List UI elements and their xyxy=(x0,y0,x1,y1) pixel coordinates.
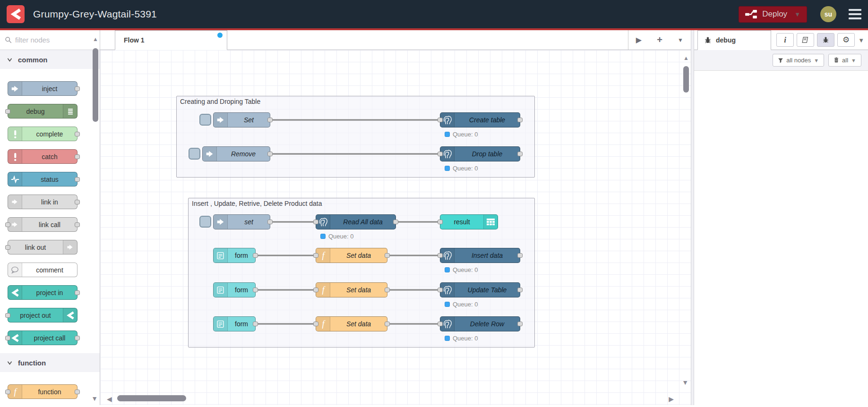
palette-category-common[interactable]: common xyxy=(0,50,100,69)
node-inject-Set[interactable]: Set xyxy=(213,112,270,127)
tab-flow-1[interactable]: Flow 1 xyxy=(115,30,227,50)
palette-node-complete[interactable]: complete xyxy=(8,127,77,141)
node-port-right[interactable] xyxy=(75,86,80,91)
node-ui-form-form[interactable]: form xyxy=(213,248,256,263)
node-function-Set-data[interactable]: fSet data xyxy=(316,282,387,297)
palette-scroll-up[interactable]: ▲ xyxy=(93,36,98,42)
deploy-button[interactable]: Deploy ▼ xyxy=(739,6,807,23)
node-function-Set-data[interactable]: fSet data xyxy=(316,316,387,331)
node-port-right[interactable] xyxy=(393,220,398,224)
flow-canvas[interactable]: Creating and Droping TableInsert , Updat… xyxy=(100,50,691,405)
node-postgresql-Insert-data[interactable]: Insert data xyxy=(440,248,520,263)
node-port-left[interactable] xyxy=(5,222,10,227)
debug-tab-button[interactable] xyxy=(817,33,834,47)
canvas-scroll-up[interactable]: ▲ xyxy=(683,55,689,61)
palette-node-status[interactable]: status xyxy=(8,172,77,187)
node-postgresql-Read-All-data[interactable]: Read All data xyxy=(316,214,396,229)
flow-list-button[interactable]: ▼ xyxy=(670,37,691,43)
node-port-left[interactable] xyxy=(438,253,443,258)
palette-scroll-down[interactable]: ▼ xyxy=(91,395,98,402)
palette-node-project-in[interactable]: project in xyxy=(8,285,77,300)
palette-node-link-out[interactable]: link out xyxy=(8,240,77,254)
debug-messages-panel[interactable] xyxy=(694,71,868,405)
node-ui-form-form[interactable]: form xyxy=(213,316,256,331)
palette-node-inject[interactable]: inject xyxy=(8,81,77,96)
main-menu-button[interactable] xyxy=(849,9,861,19)
node-postgresql-Create-table[interactable]: Create table xyxy=(440,112,520,127)
node-port-right[interactable] xyxy=(75,222,80,227)
canvas-scroll-down[interactable]: ▼ xyxy=(682,379,688,386)
node-port-right[interactable] xyxy=(75,200,80,204)
palette-search-input[interactable] xyxy=(15,36,86,44)
node-port-left[interactable] xyxy=(438,152,443,156)
node-port-right[interactable] xyxy=(517,253,523,258)
node-postgresql-Update-Table[interactable]: Update Table xyxy=(440,282,520,297)
sidebar-options-caret[interactable]: ▼ xyxy=(858,37,864,44)
debug-filter-button[interactable]: all nodes ▼ xyxy=(773,54,824,67)
node-port-right[interactable] xyxy=(75,132,80,136)
node-inject-set[interactable]: set xyxy=(213,214,270,229)
node-port-left[interactable] xyxy=(313,322,318,326)
node-port-right[interactable] xyxy=(385,253,390,258)
node-inject-Remove[interactable]: Remove xyxy=(202,146,270,161)
palette-node-catch[interactable]: catch xyxy=(8,149,77,164)
node-port-left[interactable] xyxy=(438,288,443,292)
palette-node-project-call[interactable]: project call xyxy=(8,331,77,345)
node-port-right[interactable] xyxy=(267,220,273,224)
inject-button[interactable] xyxy=(199,216,211,228)
node-port-left[interactable] xyxy=(438,118,443,122)
node-port-left[interactable] xyxy=(5,336,10,340)
palette-node-project-out[interactable]: project out xyxy=(8,308,77,322)
node-port-right[interactable] xyxy=(75,154,80,159)
palette-node-debug[interactable]: debug xyxy=(8,104,77,119)
inject-button[interactable] xyxy=(189,148,200,160)
node-port-right[interactable] xyxy=(253,288,258,292)
node-port-left[interactable] xyxy=(438,220,443,224)
node-ui-form-form[interactable]: form xyxy=(213,282,256,297)
canvas-scroll-left[interactable]: ◀ xyxy=(107,395,112,403)
node-postgresql-Delete-Row[interactable]: Delete Row xyxy=(440,316,520,331)
node-port-right[interactable] xyxy=(517,288,523,292)
node-postgresql-Drop-table[interactable]: Drop table xyxy=(440,146,520,161)
node-port-right[interactable] xyxy=(253,253,258,258)
node-port-right[interactable] xyxy=(517,152,523,156)
debug-clear-button[interactable]: all ▼ xyxy=(828,54,861,67)
canvas-hscrollbar-thumb[interactable] xyxy=(117,395,186,401)
add-flow-button[interactable]: + xyxy=(649,34,670,45)
node-port-right[interactable] xyxy=(75,390,80,394)
node-port-right[interactable] xyxy=(75,290,80,295)
palette-scrollbar-thumb[interactable] xyxy=(93,48,98,122)
palette-node-link-in[interactable]: link in xyxy=(8,195,77,209)
inject-button[interactable] xyxy=(199,114,211,126)
node-port-right[interactable] xyxy=(385,288,390,292)
help-tab-button[interactable] xyxy=(797,33,814,47)
node-function-Set-data[interactable]: fSet data xyxy=(316,248,387,263)
node-port-right[interactable] xyxy=(517,322,523,326)
canvas-vscrollbar-thumb[interactable] xyxy=(683,66,689,93)
config-nodes-button[interactable]: ⚙ xyxy=(837,33,855,47)
node-port-left[interactable] xyxy=(5,109,10,114)
node-port-right[interactable] xyxy=(75,177,80,182)
palette-node-function[interactable]: ffunction xyxy=(8,384,77,399)
canvas-scroll-right[interactable]: ▶ xyxy=(669,395,674,403)
node-port-right[interactable] xyxy=(253,322,258,326)
sidebar-resize-handle[interactable] xyxy=(691,30,694,405)
node-port-right[interactable] xyxy=(267,118,273,122)
node-port-left[interactable] xyxy=(313,288,318,292)
user-avatar[interactable]: su xyxy=(820,6,836,22)
palette-node-link-call[interactable]: link call xyxy=(8,217,77,232)
node-port-left[interactable] xyxy=(5,245,10,250)
next-flow-button[interactable]: ▶ xyxy=(628,35,649,44)
tab-debug[interactable]: debug xyxy=(697,30,771,50)
node-ui-table-result[interactable]: result xyxy=(440,214,498,229)
node-port-right[interactable] xyxy=(75,336,80,340)
node-port-right[interactable] xyxy=(517,118,523,122)
node-port-left[interactable] xyxy=(313,220,318,224)
node-port-right[interactable] xyxy=(385,322,390,326)
deploy-options-caret[interactable]: ▼ xyxy=(792,11,800,18)
node-port-left[interactable] xyxy=(313,253,318,258)
palette-node-comment[interactable]: comment xyxy=(8,263,77,277)
info-tab-button[interactable]: i xyxy=(776,33,794,47)
node-port-right[interactable] xyxy=(267,152,273,156)
node-port-left[interactable] xyxy=(438,322,443,326)
